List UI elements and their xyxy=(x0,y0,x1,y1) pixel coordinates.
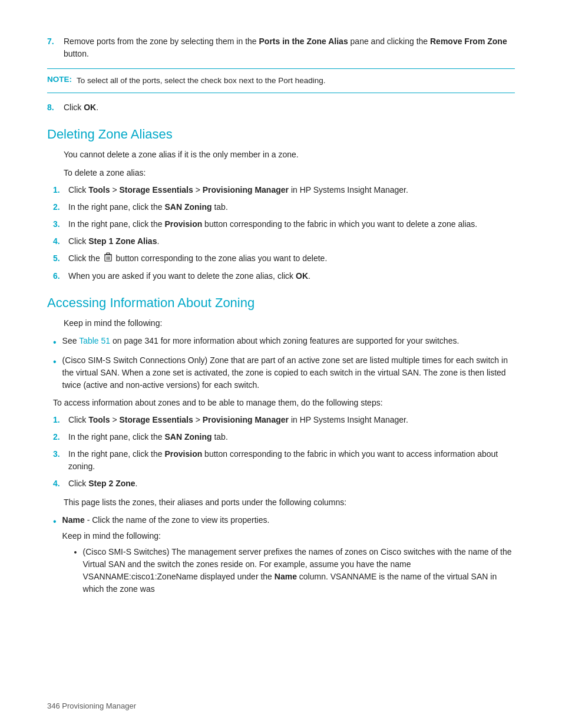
access-provision-bold: Provision xyxy=(164,449,202,459)
page-footer: 346 Provisioning Manager xyxy=(47,701,136,710)
accessing-bullet-2: • (Cisco SIM-S Switch Connections Only) … xyxy=(53,354,515,391)
access-step-1: 1. Click Tools > Storage Essentials > Pr… xyxy=(53,414,515,426)
name-inline-bold: Name xyxy=(275,572,297,581)
delete-step-4-num: 4. xyxy=(53,235,68,248)
name-column-bold: Name xyxy=(62,515,85,525)
delete-step-1-num: 1. xyxy=(53,184,68,196)
sub-bullet-cisco-content: (Cisco SMI-S Switches) The management se… xyxy=(83,546,515,595)
access-step-4-content: Click Step 2 Zone. xyxy=(68,477,515,490)
step-7-text-middle: pane and clicking the xyxy=(348,37,430,46)
access-step-2: 2. In the right pane, click the SAN Zoni… xyxy=(53,431,515,443)
deleting-zone-aliases-heading: Deleting Zone Aliases xyxy=(47,127,515,142)
delete-step-3-num: 3. xyxy=(53,218,68,230)
note-text: To select all of the ports, select the c… xyxy=(77,75,326,87)
access-step-3-content: In the right pane, click the Provision b… xyxy=(68,448,515,473)
access-step-4: 4. Click Step 2 Zone. xyxy=(53,477,515,490)
delete-step-2-num: 2. xyxy=(53,201,68,213)
columns-list: • Name - Click the name of the zone to v… xyxy=(53,514,515,599)
deleting-steps: 1. Click Tools > Storage Essentials > Pr… xyxy=(53,184,515,282)
delete-step-2: 2. In the right pane, click the SAN Zoni… xyxy=(53,201,515,213)
access-step-3: 3. In the right pane, click the Provisio… xyxy=(53,448,515,473)
column-name-item: • Name - Click the name of the zone to v… xyxy=(53,514,515,599)
step2-zone-bold: Step 2 Zone xyxy=(88,479,135,488)
accessing-bullet-1-content: See Table 51 on page 341 for more inform… xyxy=(62,335,515,347)
delete-step-2-content: In the right pane, click the SAN Zoning … xyxy=(68,201,515,213)
access-step-4-num: 4. xyxy=(53,477,68,490)
sub-bullet-list: • (Cisco SMI-S Switches) The management … xyxy=(74,546,515,595)
step-7-bold1: Ports in the Zone Alias xyxy=(259,37,348,46)
accessing-bullet-1: • See Table 51 on page 341 for more info… xyxy=(53,335,515,350)
trash-icon xyxy=(104,252,112,265)
access-storage-essentials-bold: Storage Essentials xyxy=(120,415,193,424)
delete-step-5-content: Click the button corresponding to the zo… xyxy=(68,252,515,265)
svg-rect-2 xyxy=(107,253,110,255)
step-8-bold: OK xyxy=(84,103,96,112)
step-7-number: 7. xyxy=(47,35,64,60)
accessing-steps: 1. Click Tools > Storage Essentials > Pr… xyxy=(53,414,515,490)
tools-bold: Tools xyxy=(88,185,110,195)
step-8-text-before: Click xyxy=(64,103,84,112)
access-step-1-num: 1. xyxy=(53,414,68,426)
step1-zone-alias-bold: Step 1 Zone Alias xyxy=(88,236,157,246)
column-name-content: Name - Click the name of the zone to vie… xyxy=(62,514,515,599)
column-bullet-dot: • xyxy=(53,515,57,529)
access-step-1-content: Click Tools > Storage Essentials > Provi… xyxy=(68,414,515,426)
access-provisioning-manager-bold: Provisioning Manager xyxy=(203,415,289,424)
access-tools-bold: Tools xyxy=(88,415,110,424)
table-51-link[interactable]: Table 51 xyxy=(79,336,110,345)
note-label: NOTE: xyxy=(47,75,72,84)
san-zoning-bold: SAN Zoning xyxy=(164,202,211,212)
keep-in-mind-sub: Keep in mind the following: xyxy=(62,530,161,542)
step-8: 8. Click OK. xyxy=(47,101,515,114)
delete-step-3: 3. In the right pane, click the Provisio… xyxy=(53,218,515,230)
deleting-intro2: To delete a zone alias: xyxy=(64,166,515,179)
delete-step-6: 6. When you are asked if you want to del… xyxy=(53,270,515,282)
delete-step-6-content: When you are asked if you want to delete… xyxy=(68,270,515,282)
post-step4-text: This page lists the zones, their aliases… xyxy=(64,496,515,509)
delete-step-6-num: 6. xyxy=(53,270,68,282)
accessing-bullets: • See Table 51 on page 341 for more info… xyxy=(53,335,515,391)
accessing-zoning-heading: Accessing Information About Zoning xyxy=(47,295,515,311)
step-7-text-before: Remove ports from the zone by selecting … xyxy=(64,37,259,46)
delete-step-5-num: 5. xyxy=(53,252,68,265)
step-7-bold2: Remove From Zone xyxy=(430,37,507,46)
access-step-2-num: 2. xyxy=(53,431,68,443)
delete-step-4: 4. Click Step 1 Zone Alias. xyxy=(53,235,515,248)
delete-step-5: 5. Click the button corresponding to the… xyxy=(53,252,515,265)
access-san-zoning-bold: SAN Zoning xyxy=(164,432,211,442)
provisioning-manager-bold: Provisioning Manager xyxy=(203,185,289,195)
delete-step-4-content: Click Step 1 Zone Alias. xyxy=(68,235,515,248)
sub-bullet-dot: • xyxy=(74,546,77,559)
sub-bullet-cisco: • (Cisco SMI-S Switches) The management … xyxy=(74,546,515,595)
accessing-bullet-2-content: (Cisco SIM-S Switch Connections Only) Zo… xyxy=(62,354,515,391)
access-step-2-content: In the right pane, click the SAN Zoning … xyxy=(68,431,515,443)
storage-essentials-bold: Storage Essentials xyxy=(120,185,193,195)
access-intro-text: To access information about zones and to… xyxy=(53,396,515,409)
delete-step-1: 1. Click Tools > Storage Essentials > Pr… xyxy=(53,184,515,196)
accessing-keep-in-mind: Keep in mind the following: xyxy=(64,317,515,330)
deleting-intro1: You cannot delete a zone alias if it is … xyxy=(64,148,515,161)
step-7: 7. Remove ports from the zone by selecti… xyxy=(47,35,515,60)
step-8-content: Click OK. xyxy=(64,101,515,114)
step-8-text-after: . xyxy=(96,103,98,112)
step-7-text-after: button. xyxy=(64,49,89,58)
delete-step-3-content: In the right pane, click the Provision b… xyxy=(68,218,515,230)
bullet-dot-2: • xyxy=(53,355,57,369)
note-box: NOTE: To select all of the ports, select… xyxy=(47,68,515,93)
ok-bold: OK xyxy=(296,271,308,281)
access-step-3-num: 3. xyxy=(53,448,68,473)
bullet-dot-1: • xyxy=(53,335,57,350)
step-7-content: Remove ports from the zone by selecting … xyxy=(64,35,515,60)
step-8-number: 8. xyxy=(47,101,64,114)
delete-step-1-content: Click Tools > Storage Essentials > Provi… xyxy=(68,184,515,196)
page-container: 7. Remove ports from the zone by selecti… xyxy=(0,0,562,728)
provision-bold: Provision xyxy=(164,219,202,229)
